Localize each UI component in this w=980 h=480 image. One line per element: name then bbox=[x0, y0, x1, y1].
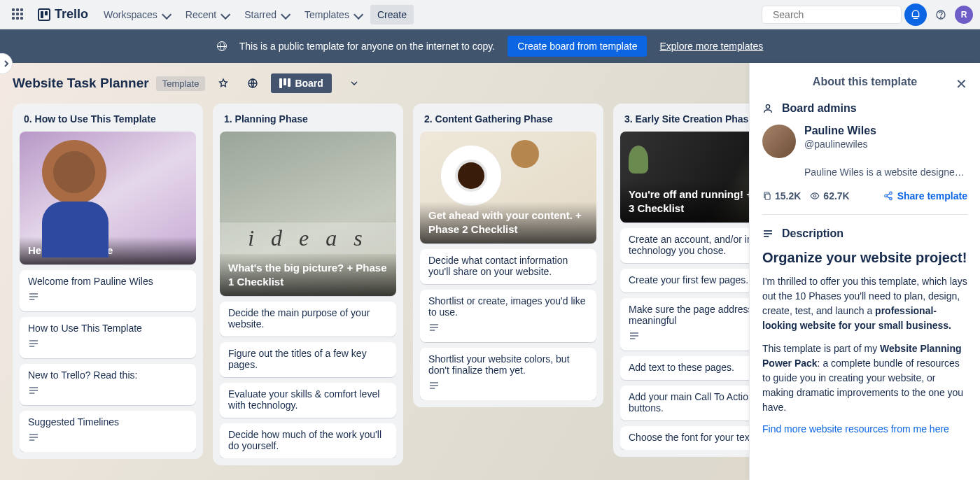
cards-container: i d e a sWhat's the big picture? + Phase… bbox=[220, 132, 396, 458]
notifications-icon[interactable] bbox=[904, 3, 927, 26]
cards-container: Get ahead with your content. + Phase 2 C… bbox=[420, 132, 596, 400]
list-title[interactable]: 1. Planning Phase bbox=[220, 111, 396, 132]
cover-card[interactable]: i d e a sWhat's the big picture? + Phase… bbox=[220, 132, 396, 296]
copy-count-icon bbox=[762, 191, 772, 201]
card[interactable]: Suggested Timelines bbox=[20, 411, 196, 452]
svg-point-36 bbox=[884, 195, 887, 197]
explore-templates-link[interactable]: Explore more templates bbox=[659, 41, 763, 52]
svg-point-0 bbox=[768, 14, 769, 15]
cover-card[interactable]: Get ahead with your content. + Phase 2 C… bbox=[420, 132, 596, 243]
create-from-template-button[interactable]: Create board from template bbox=[507, 36, 647, 57]
card[interactable]: Shortlist your website colors, but don't… bbox=[420, 348, 596, 400]
card[interactable]: Welcome from Pauline Wiles bbox=[20, 270, 196, 311]
chevron-down-icon bbox=[220, 13, 227, 17]
card-text: Suggested Timelines bbox=[28, 416, 188, 428]
chevron-down-icon bbox=[281, 13, 288, 17]
find-more-link[interactable]: Find more website resources from me here bbox=[762, 423, 949, 435]
svg-rect-6 bbox=[284, 78, 286, 85]
svg-point-32 bbox=[766, 105, 769, 108]
description-icon bbox=[762, 228, 774, 239]
trello-mark-icon bbox=[38, 8, 50, 21]
apps-switcher-icon[interactable] bbox=[7, 3, 29, 26]
card-text: Decide the main purpose of your website. bbox=[228, 307, 388, 330]
banner-message: This is a public template for anyone on … bbox=[239, 41, 496, 52]
close-icon[interactable]: ✕ bbox=[955, 76, 967, 92]
card-text: How to Use This Template bbox=[28, 323, 188, 334]
description-label: Description bbox=[782, 227, 844, 240]
nav-recent[interactable]: Recent bbox=[178, 5, 234, 24]
description-body: I'm thrilled to offer you this template,… bbox=[762, 274, 967, 415]
card[interactable]: Decide the main purpose of your website. bbox=[220, 302, 396, 337]
top-nav: Trello Workspaces Recent Starred Templat… bbox=[0, 0, 980, 29]
template-banner: This is a public template for anyone on … bbox=[0, 29, 980, 63]
description-headline: Organize your website project! bbox=[762, 250, 967, 266]
nav-create-button[interactable]: Create bbox=[370, 5, 414, 24]
card-text: Decide what contact information you'll s… bbox=[428, 255, 588, 277]
list-title[interactable]: 2. Content Gathering Phase bbox=[420, 111, 596, 132]
list: 1. Planning Phasei d e a sWhat's the big… bbox=[213, 104, 403, 465]
svg-line-38 bbox=[887, 194, 890, 195]
card[interactable]: Shortlist or create, images you'd like t… bbox=[420, 290, 596, 342]
description-indicator-icon bbox=[28, 385, 39, 398]
search-input-wrap[interactable] bbox=[762, 6, 902, 24]
search-icon bbox=[768, 9, 769, 20]
admin-avatar[interactable] bbox=[762, 125, 796, 158]
cover-card[interactable]: Hello & Welcome bbox=[20, 132, 196, 264]
card[interactable]: New to Trello? Read this: bbox=[20, 364, 196, 405]
view-count: 62.7K bbox=[823, 190, 849, 202]
chevron-down-icon bbox=[162, 13, 169, 17]
view-switcher-chevron-icon[interactable] bbox=[343, 72, 365, 94]
card[interactable]: Decide what contact information you'll s… bbox=[420, 249, 596, 284]
card-text: Figure out the titles of a few key pages… bbox=[228, 348, 388, 370]
copy-count: 15.2K bbox=[775, 190, 801, 202]
description-indicator-icon bbox=[428, 322, 440, 335]
help-icon[interactable] bbox=[930, 3, 952, 26]
card-text: New to Trello? Read this: bbox=[28, 369, 188, 381]
star-icon[interactable] bbox=[212, 72, 234, 94]
nav-workspaces[interactable]: Workspaces bbox=[97, 5, 176, 24]
svg-rect-7 bbox=[288, 78, 290, 87]
list: 0. How to Use This TemplateHello & Welco… bbox=[13, 104, 203, 459]
svg-point-3 bbox=[940, 17, 941, 17]
nav-starred[interactable]: Starred bbox=[237, 5, 295, 24]
view-count-icon bbox=[809, 191, 820, 201]
svg-rect-5 bbox=[279, 78, 282, 88]
svg-point-34 bbox=[814, 195, 817, 197]
card-text: Decide how much of the work you'll do yo… bbox=[228, 429, 388, 451]
cover-title: Get ahead with your content. + Phase 2 C… bbox=[420, 202, 596, 244]
list-title[interactable]: 0. How to Use This Template bbox=[20, 111, 196, 132]
card[interactable]: Evaluate your skills & comfort level wit… bbox=[220, 383, 396, 418]
admin-username: @paulinewiles bbox=[804, 139, 876, 150]
panel-title: About this template bbox=[813, 76, 917, 88]
nav-templates[interactable]: Templates bbox=[298, 5, 368, 24]
cover-title: Hello & Welcome bbox=[20, 237, 196, 264]
description-indicator-icon bbox=[28, 338, 39, 351]
admin-name: Pauline Wiles bbox=[804, 125, 876, 137]
board-view-button[interactable]: Board bbox=[271, 73, 331, 93]
list: 2. Content Gathering PhaseGet ahead with… bbox=[413, 104, 603, 407]
cover-title: What's the big picture? + Phase 1 Checkl… bbox=[220, 254, 396, 297]
template-badge: Template bbox=[156, 76, 206, 91]
person-icon bbox=[762, 103, 774, 114]
admin-bio: Pauline Wiles is a website designer … bbox=[804, 167, 967, 178]
trello-logo[interactable]: Trello bbox=[38, 7, 88, 22]
card[interactable]: Figure out the titles of a few key pages… bbox=[220, 342, 396, 377]
card[interactable]: Decide how much of the work you'll do yo… bbox=[220, 423, 396, 458]
card-text: Shortlist or create, images you'd like t… bbox=[428, 295, 588, 318]
board-area: Website Task Planner Template Board Filt… bbox=[0, 63, 980, 480]
brand-text: Trello bbox=[55, 7, 88, 22]
card-text: Evaluate your skills & comfort level wit… bbox=[228, 388, 388, 411]
chevron-down-icon bbox=[354, 13, 360, 17]
about-panel: About this template ✕ Board admins Pauli… bbox=[749, 63, 980, 480]
admins-label: Board admins bbox=[782, 102, 857, 115]
description-indicator-icon bbox=[629, 330, 640, 344]
user-avatar[interactable]: R bbox=[955, 6, 973, 24]
description-indicator-icon bbox=[28, 432, 39, 445]
visibility-icon[interactable] bbox=[241, 72, 264, 94]
cards-container: Hello & WelcomeWelcome from Pauline Wile… bbox=[20, 132, 196, 452]
share-template-link[interactable]: Share template bbox=[883, 190, 967, 202]
board-title: Website Task Planner bbox=[13, 76, 149, 91]
description-indicator-icon bbox=[28, 291, 39, 304]
card[interactable]: How to Use This Template bbox=[20, 317, 196, 358]
search-input[interactable] bbox=[773, 9, 895, 20]
